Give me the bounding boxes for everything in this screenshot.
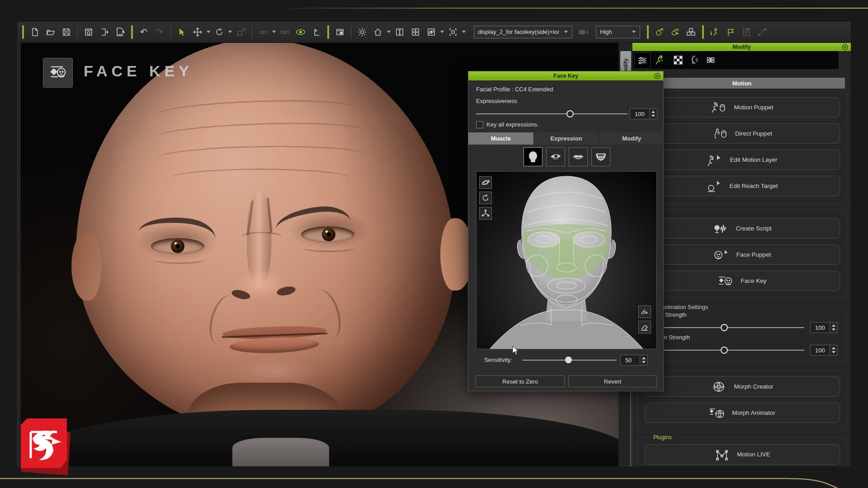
face-puppet-button[interactable]: Face Puppet xyxy=(645,244,840,265)
diagram-orbit-tool[interactable] xyxy=(479,176,492,189)
look-at-tool-button[interactable] xyxy=(668,25,683,39)
curve-editor-icon xyxy=(758,28,767,37)
motion-strength-value[interactable]: 100 xyxy=(810,345,830,356)
export-usd-button[interactable]: USD xyxy=(113,25,127,39)
diagram-reset-rotation-tool[interactable] xyxy=(479,192,492,204)
prop-tool-button[interactable] xyxy=(684,25,698,39)
collect-clip-button[interactable] xyxy=(739,25,754,39)
export-media-button[interactable] xyxy=(97,25,112,39)
detach-button[interactable] xyxy=(278,25,292,39)
camera-view-select[interactable]: display_2_for facekey(side)+look at xyxy=(474,26,572,38)
motion-live-button[interactable]: Motion LIVE xyxy=(645,444,840,465)
strength-spin-arrows[interactable] xyxy=(830,322,838,333)
sensitivity-spin-arrows[interactable] xyxy=(640,355,648,366)
motion-strength-spinbox[interactable]: 100 xyxy=(810,345,838,356)
render-preview-button[interactable] xyxy=(81,25,96,39)
strength-value[interactable]: 100 xyxy=(810,322,830,333)
direct-puppet-button[interactable]: Direct Puppet xyxy=(645,123,840,144)
tab-general[interactable] xyxy=(634,52,651,69)
expressiveness-spin-arrows[interactable] xyxy=(650,108,657,119)
home-camera-caret[interactable] xyxy=(387,31,391,33)
expressiveness-slider[interactable] xyxy=(476,113,627,114)
actor-key-button[interactable] xyxy=(708,25,722,39)
morph-creator-button[interactable]: Morph Creator xyxy=(645,376,840,397)
close-icon[interactable] xyxy=(842,44,848,50)
part-head-button[interactable] xyxy=(524,147,542,166)
diagram-eraser-tool[interactable] xyxy=(638,321,651,333)
sensitivity-spinbox[interactable]: 50 xyxy=(620,355,648,366)
expressiveness-spinbox[interactable]: 100 xyxy=(630,108,657,119)
rotate-tool-button[interactable] xyxy=(212,25,226,39)
muscle-face-diagram[interactable] xyxy=(476,171,657,349)
fit-vertical-button[interactable] xyxy=(392,25,407,39)
sensitivity-slider[interactable] xyxy=(523,360,617,361)
open-project-button[interactable] xyxy=(43,25,58,39)
edit-reach-target-button[interactable]: Edit Reach Target xyxy=(645,176,840,196)
tab-muscle[interactable]: Muscle xyxy=(468,132,534,145)
tab-modify[interactable]: Modify xyxy=(599,132,664,145)
sensitivity-slider-knob[interactable] xyxy=(565,357,572,363)
pivot-edit-button[interactable] xyxy=(309,25,324,39)
reset-to-zero-button[interactable]: Reset to Zero xyxy=(476,375,565,387)
diagram-mirror-tool[interactable] xyxy=(638,305,651,318)
attach-button[interactable] xyxy=(256,25,270,39)
rotate-tool-caret[interactable] xyxy=(228,31,232,33)
button-label: Morph Animator xyxy=(732,409,775,416)
home-camera-button[interactable] xyxy=(371,25,385,39)
button-label: Edit Reach Target xyxy=(729,183,778,189)
undo-button[interactable]: ↶ xyxy=(137,25,151,39)
key-all-expressions-checkbox[interactable] xyxy=(476,121,483,128)
toolbar-accent-bar xyxy=(702,25,704,39)
preview-camera-button[interactable] xyxy=(576,25,591,39)
flag-marker-button[interactable] xyxy=(723,25,738,39)
motion-puppet-button[interactable]: Motion Puppet xyxy=(645,97,840,117)
show-hide-button[interactable] xyxy=(293,25,308,39)
sensitivity-value[interactable]: 50 xyxy=(620,355,640,366)
attach-caret[interactable] xyxy=(272,31,276,33)
scene-light-button[interactable] xyxy=(355,25,369,39)
frame-object-button[interactable] xyxy=(446,25,460,39)
face-key-button[interactable]: Face Key xyxy=(645,271,840,291)
tab-physics[interactable] xyxy=(703,52,718,68)
scale-tool-button[interactable] xyxy=(234,25,248,39)
tab-material[interactable] xyxy=(670,52,686,68)
select-tool-button[interactable] xyxy=(175,25,189,39)
move-tool-button[interactable] xyxy=(190,25,205,39)
tab-animation-active[interactable] xyxy=(651,52,667,68)
part-tongue-button[interactable] xyxy=(591,147,610,166)
motion-strength-spin-arrows[interactable] xyxy=(830,345,838,356)
new-file-button[interactable] xyxy=(28,25,42,39)
dock-layout-button[interactable] xyxy=(333,25,347,39)
diagram-joint-tool[interactable] xyxy=(479,207,492,220)
orbit-camera-button[interactable] xyxy=(424,25,439,39)
part-eye-button[interactable] xyxy=(546,147,565,166)
pose-tool-button[interactable] xyxy=(652,25,667,39)
pose-figure-icon xyxy=(655,28,665,37)
strength-slider[interactable] xyxy=(644,327,804,328)
fit-all-button[interactable] xyxy=(408,25,423,39)
tab-avatar[interactable] xyxy=(687,52,702,68)
curve-editor-button[interactable] xyxy=(755,25,769,39)
frame-object-caret[interactable] xyxy=(462,31,466,33)
strength-slider-knob[interactable] xyxy=(721,324,728,331)
dialog-close-icon[interactable] xyxy=(654,73,660,79)
edit-motion-layer-button[interactable]: Edit Motion Layer xyxy=(645,150,840,170)
revert-button[interactable]: Revert xyxy=(568,375,657,387)
expressiveness-slider-knob[interactable] xyxy=(566,110,574,117)
create-script-button[interactable]: Create Script xyxy=(645,218,840,239)
move-tool-caret[interactable] xyxy=(207,31,210,33)
part-mouth-button[interactable] xyxy=(569,147,588,166)
redo-button[interactable]: ↷ xyxy=(152,25,167,39)
motion-strength-slider[interactable] xyxy=(644,350,804,351)
atom-icon xyxy=(705,55,716,66)
expressiveness-value[interactable]: 100 xyxy=(630,108,650,119)
orbit-camera-caret[interactable] xyxy=(440,31,444,33)
face-key-dialog-titlebar[interactable]: Face Key xyxy=(468,71,663,80)
motion-strength-slider-knob[interactable] xyxy=(721,347,728,354)
strength-spinbox[interactable]: 100 xyxy=(810,322,838,333)
quality-select[interactable]: High xyxy=(596,26,640,38)
tab-expression[interactable]: Expression xyxy=(534,132,599,145)
morph-animator-button[interactable]: Morph Animator xyxy=(645,403,840,423)
modify-panel-titlebar[interactable]: Modify xyxy=(632,43,851,51)
save-project-button[interactable] xyxy=(59,25,74,39)
